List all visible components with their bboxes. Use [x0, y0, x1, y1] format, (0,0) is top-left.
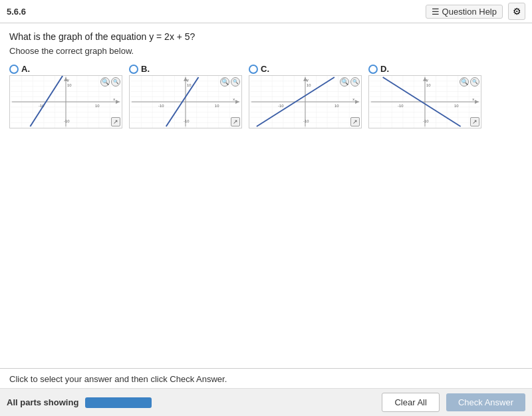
- option-c-header: C.: [249, 64, 269, 74]
- svg-line-28: [30, 76, 63, 126]
- zoom-out-b[interactable]: 🔍: [231, 77, 240, 87]
- check-answer-button[interactable]: Check Answer: [446, 393, 525, 411]
- graph-b-container: y x -10 10 10 -10 🔍 🔍 ↗: [129, 75, 242, 128]
- svg-text:10: 10: [334, 104, 339, 108]
- svg-marker-79: [355, 100, 359, 104]
- svg-text:10: 10: [307, 83, 311, 87]
- instruction-text: Choose the correct graph below.: [9, 46, 523, 56]
- option-c-label: C.: [261, 64, 269, 74]
- expand-a[interactable]: ↗: [111, 117, 120, 126]
- list-icon: ☰: [432, 7, 440, 17]
- option-d-header: D.: [368, 64, 389, 74]
- radio-b[interactable]: [129, 65, 138, 74]
- graph-c-container: y x -10 10 10 -10 🔍 🔍 ↗: [249, 75, 362, 128]
- svg-marker-108: [475, 100, 479, 104]
- svg-text:-10: -10: [64, 119, 70, 123]
- svg-text:x: x: [233, 97, 235, 101]
- gear-icon: ⚙: [513, 6, 521, 17]
- option-b[interactable]: B.: [129, 64, 242, 128]
- svg-text:x: x: [352, 97, 354, 101]
- svg-text:-10: -10: [303, 119, 309, 123]
- svg-text:10: 10: [187, 83, 192, 87]
- progress-bar: [85, 397, 152, 408]
- expand-b[interactable]: ↗: [231, 117, 240, 126]
- svg-marker-50: [235, 100, 239, 104]
- gear-button[interactable]: ⚙: [508, 3, 525, 20]
- top-bar-right: ☰ Question Help ⚙: [426, 3, 525, 20]
- section-title: 5.6.6: [7, 7, 26, 17]
- graphs-row: A.: [9, 64, 523, 128]
- graph-d-container: y x -10 10 10 -10 🔍 🔍 ↗: [368, 75, 481, 128]
- svg-text:y: y: [307, 78, 309, 82]
- expand-d[interactable]: ↗: [470, 117, 479, 126]
- svg-text:y: y: [67, 78, 69, 82]
- svg-text:x: x: [113, 97, 115, 101]
- bottom-bar: Click to select your answer and then cli…: [0, 368, 532, 416]
- zoom-out-c[interactable]: 🔍: [350, 77, 360, 87]
- question-help-button[interactable]: ☰ Question Help: [426, 5, 503, 19]
- radio-a[interactable]: [9, 65, 19, 74]
- svg-text:10: 10: [95, 104, 100, 108]
- svg-text:y: y: [187, 78, 189, 82]
- option-a[interactable]: A.: [9, 64, 122, 128]
- svg-marker-21: [116, 100, 120, 104]
- svg-text:10: 10: [67, 83, 72, 87]
- graph-a-container: y x -10 10 10 -10: [9, 75, 122, 128]
- bottom-controls: All parts showing Clear All Check Answer: [0, 388, 532, 416]
- option-a-label: A.: [21, 64, 30, 74]
- expand-c[interactable]: ↗: [350, 117, 360, 126]
- top-bar: 5.6.6 ☰ Question Help ⚙: [0, 0, 532, 23]
- option-b-header: B.: [129, 64, 150, 74]
- svg-text:-10: -10: [423, 119, 429, 123]
- option-c[interactable]: C.: [249, 64, 362, 128]
- svg-text:x: x: [472, 97, 474, 101]
- option-b-label: B.: [141, 64, 150, 74]
- zoom-in-d[interactable]: 🔍: [460, 77, 469, 87]
- question-text: What is the graph of the equation y = 2x…: [9, 31, 523, 42]
- all-parts-label: All parts showing: [7, 397, 78, 407]
- main-content: What is the graph of the equation y = 2x…: [0, 23, 532, 368]
- svg-text:-10: -10: [398, 104, 404, 108]
- svg-text:10: 10: [454, 104, 459, 108]
- option-d-label: D.: [380, 64, 389, 74]
- radio-d[interactable]: [368, 65, 378, 74]
- clear-all-button[interactable]: Clear All: [382, 393, 439, 412]
- svg-text:-10: -10: [158, 104, 164, 108]
- svg-text:10: 10: [215, 104, 219, 108]
- option-d[interactable]: D.: [368, 64, 481, 128]
- zoom-out-d[interactable]: 🔍: [470, 77, 479, 87]
- zoom-in-b[interactable]: 🔍: [220, 77, 229, 87]
- radio-c[interactable]: [249, 65, 258, 74]
- svg-text:-10: -10: [278, 104, 284, 108]
- zoom-in-c[interactable]: 🔍: [340, 77, 349, 87]
- svg-text:y: y: [426, 78, 428, 82]
- zoom-out-a[interactable]: 🔍: [111, 77, 120, 87]
- svg-text:10: 10: [426, 83, 431, 87]
- svg-text:-10: -10: [184, 119, 190, 123]
- zoom-in-a[interactable]: 🔍: [100, 77, 110, 87]
- hint-text: Click to select your answer and then cli…: [0, 369, 532, 388]
- option-a-header: A.: [9, 64, 30, 74]
